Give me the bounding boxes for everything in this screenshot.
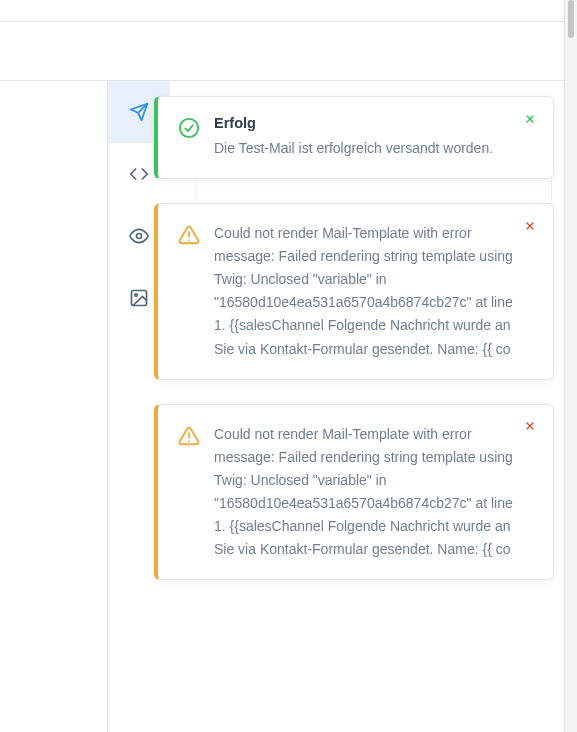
close-icon: [524, 420, 536, 435]
image-icon: [129, 288, 149, 308]
scrollbar-thumb[interactable]: [568, 0, 574, 38]
scrollbar[interactable]: [564, 0, 577, 732]
close-button[interactable]: [521, 218, 539, 236]
toast-success: Erfolg Die Test-Mail ist erfolgreich ver…: [154, 96, 554, 179]
alert-triangle-icon: [178, 425, 200, 447]
close-icon: [524, 220, 536, 235]
check-circle-icon: [178, 117, 200, 139]
svg-point-4: [135, 294, 138, 297]
toast-message: Could not render Mail-Template with erro…: [214, 423, 513, 562]
close-button[interactable]: [521, 419, 539, 437]
left-panel: [0, 81, 108, 732]
eye-icon: [129, 226, 149, 246]
alert-triangle-icon: [178, 224, 200, 246]
close-button[interactable]: [521, 111, 539, 129]
toast-stack: Erfolg Die Test-Mail ist erfolgreich ver…: [154, 96, 554, 580]
send-icon: [129, 102, 149, 122]
toast-message: Could not render Mail-Template with erro…: [214, 222, 513, 361]
toast-warning: Could not render Mail-Template with erro…: [154, 404, 554, 581]
code-icon: [129, 164, 149, 184]
svg-point-2: [137, 234, 142, 239]
toast-title: Erfolg: [214, 115, 513, 131]
toast-message: Die Test-Mail ist erfolgreich versandt w…: [214, 137, 513, 160]
close-icon: [524, 113, 536, 128]
topbar: [0, 0, 564, 22]
svg-point-5: [180, 119, 198, 137]
toast-warning: Could not render Mail-Template with erro…: [154, 203, 554, 380]
